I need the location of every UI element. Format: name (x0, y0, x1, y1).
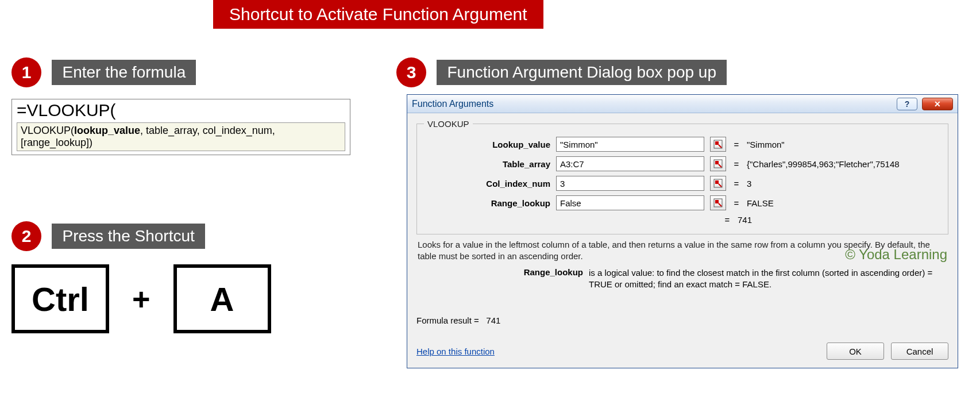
formula-result-value: 741 (486, 315, 500, 325)
formula-tooltip: VLOOKUP(lookup_value, table_array, col_i… (17, 122, 345, 151)
function-arguments-dialog: Function Arguments ? ✕ © Yoda Learning V… (407, 94, 958, 368)
equals-sign: = (723, 215, 732, 225)
overall-result-row: = 741 (424, 215, 941, 225)
function-fieldset: VLOOKUP Lookup_value = "Simmon" Table_ar… (416, 119, 948, 234)
step-2-number: 2 (11, 221, 41, 251)
svg-rect-7 (715, 200, 719, 203)
arg-row-lookup-value: Lookup_value = "Simmon" (424, 137, 941, 152)
arg-input-range-lookup[interactable] (556, 195, 704, 210)
dialog-footer: Help on this function OK Cancel (416, 343, 948, 360)
formula-typed: =VLOOKUP( (17, 101, 345, 120)
equals-sign: = (732, 198, 741, 208)
function-description: Looks for a value in the leftmost column… (418, 239, 947, 263)
arg-result: "Simmon" (747, 140, 941, 149)
formula-result-row: Formula result = 741 (416, 315, 948, 325)
step-2: 2 Press the Shortcut (11, 221, 205, 251)
svg-rect-1 (715, 141, 719, 145)
param-name: Range_lookup (416, 267, 589, 291)
step-3: 3 Function Argument Dialog box pop up (396, 57, 727, 87)
arg-label: Col_index_num (424, 179, 550, 188)
range-selector-icon[interactable] (710, 195, 726, 210)
arg-result: 3 (747, 179, 941, 188)
title-banner: Shortcut to Activate Function Argument (213, 0, 543, 29)
function-name: VLOOKUP (424, 119, 473, 129)
step-3-number: 3 (396, 57, 426, 87)
arg-row-col-index-num: Col_index_num = 3 (424, 176, 941, 191)
formula-result-label: Formula result = (416, 315, 479, 325)
ok-button[interactable]: OK (827, 343, 884, 360)
equals-sign: = (732, 159, 741, 169)
arg-result: FALSE (747, 198, 941, 208)
param-text: is a logical value: to find the closest … (589, 267, 948, 291)
dialog-title: Function Arguments (412, 99, 493, 109)
arg-row-table-array: Table_array = {"Charles",999854,963;"Fle… (424, 156, 941, 171)
arg-row-range-lookup: Range_lookup = FALSE (424, 195, 941, 210)
range-selector-icon[interactable] (710, 156, 726, 171)
help-window-button[interactable]: ? (897, 98, 917, 110)
step-1: 1 Enter the formula (11, 57, 196, 87)
arg-label: Lookup_value (424, 140, 550, 149)
step-2-label: Press the Shortcut (52, 224, 205, 249)
equals-sign: = (732, 140, 741, 149)
arg-input-lookup-value[interactable] (556, 137, 704, 152)
step-1-number: 1 (11, 57, 41, 87)
help-link[interactable]: Help on this function (416, 347, 495, 356)
range-selector-icon[interactable] (710, 137, 726, 152)
tooltip-current-arg: lookup_value (74, 125, 140, 136)
arg-label: Range_lookup (424, 198, 550, 208)
key-a: A (173, 264, 271, 333)
arg-result: {"Charles",999854,963;"Fletcher",75148 (747, 159, 941, 169)
step-3-label: Function Argument Dialog box pop up (437, 60, 727, 85)
arg-label: Table_array (424, 159, 550, 169)
key-ctrl: Ctrl (11, 264, 109, 333)
close-window-button[interactable]: ✕ (922, 98, 953, 110)
dialog-body: © Yoda Learning VLOOKUP Lookup_value = "… (407, 113, 958, 368)
svg-rect-5 (715, 180, 719, 184)
plus-sign: + (132, 281, 151, 317)
cancel-button[interactable]: Cancel (891, 343, 948, 360)
step-1-label: Enter the formula (52, 60, 196, 85)
overall-result: 741 (732, 215, 752, 225)
param-description: Range_lookup is a logical value: to find… (416, 267, 948, 291)
equals-sign: = (732, 179, 741, 188)
formula-cell[interactable]: =VLOOKUP( VLOOKUP(lookup_value, table_ar… (11, 99, 350, 155)
shortcut-keys: Ctrl + A (11, 264, 271, 333)
svg-rect-3 (715, 161, 719, 164)
dialog-titlebar[interactable]: Function Arguments ? ✕ (407, 95, 958, 113)
arg-input-table-array[interactable] (556, 156, 704, 171)
tooltip-fn: VLOOKUP( (21, 125, 74, 136)
arg-input-col-index-num[interactable] (556, 176, 704, 191)
range-selector-icon[interactable] (710, 176, 726, 191)
